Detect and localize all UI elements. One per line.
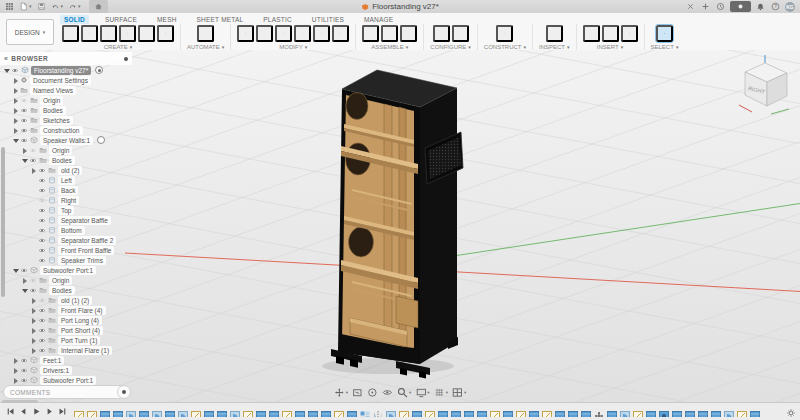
timeline-feature-mirror[interactable] <box>373 407 383 417</box>
timeline-feature-extrude[interactable] <box>750 407 760 417</box>
visibility-eye-icon[interactable] <box>38 297 46 304</box>
automate-button[interactable] <box>197 25 214 42</box>
timeline-feature-extrude[interactable] <box>347 407 357 417</box>
visibility-eye-icon[interactable] <box>29 277 37 284</box>
expand-arrow-icon[interactable] <box>13 128 18 133</box>
avatar[interactable]: KG <box>785 2 795 12</box>
timeline-feature-extrude[interactable] <box>269 407 279 417</box>
activate-component-radio[interactable] <box>95 66 103 74</box>
expand-arrow-icon[interactable] <box>13 378 18 383</box>
activate-component-radio[interactable] <box>97 136 105 144</box>
browser-tree-row[interactable]: Origin <box>0 95 132 105</box>
offset-face-button[interactable] <box>313 25 330 42</box>
expand-arrow-icon[interactable] <box>31 338 36 343</box>
visibility-eye-icon[interactable] <box>20 117 28 124</box>
timeline-feature-extrude[interactable] <box>646 407 656 417</box>
timeline-feature-sketch[interactable] <box>334 407 344 417</box>
timeline-feature-fillet[interactable] <box>152 407 162 417</box>
browser-tree-row[interactable]: Floorstanding v27* <box>0 65 132 75</box>
browser-tree-row[interactable]: Top <box>0 205 132 215</box>
expand-arrow-icon[interactable] <box>31 298 36 303</box>
timeline-feature-fillet[interactable] <box>178 407 188 417</box>
expand-arrow-icon[interactable] <box>13 358 18 363</box>
browser-tree-row[interactable]: Separator Baffle <box>0 215 132 225</box>
visibility-eye-icon[interactable] <box>20 357 28 364</box>
browser-tree-row[interactable]: Speaker Trims <box>0 255 132 265</box>
visibility-eye-icon[interactable] <box>38 237 46 244</box>
expand-arrow-icon[interactable] <box>13 88 18 93</box>
orbit-button[interactable] <box>367 387 378 398</box>
comment-avatar-button[interactable] <box>117 385 131 399</box>
timeline-feature-sketch[interactable] <box>74 407 84 417</box>
comments-bar[interactable]: COMMENTS <box>3 385 125 399</box>
visibility-eye-icon[interactable] <box>38 347 46 354</box>
workspace-selector[interactable]: DESIGN ▾ <box>6 19 54 45</box>
expand-arrow-icon[interactable] <box>31 348 36 353</box>
expand-arrow-icon[interactable] <box>13 108 18 113</box>
visibility-eye-icon[interactable] <box>38 317 46 324</box>
expand-arrow-icon[interactable] <box>22 148 27 153</box>
timeline-feature-sketch[interactable] <box>490 407 500 417</box>
config-variants-button[interactable] <box>452 25 469 42</box>
tab-solid[interactable]: SOLID <box>60 15 89 24</box>
visibility-eye-icon[interactable] <box>38 257 46 264</box>
visibility-eye-icon[interactable] <box>38 327 46 334</box>
timeline-feature-extrude[interactable] <box>412 407 422 417</box>
select-button[interactable] <box>656 25 673 42</box>
combine-button[interactable] <box>294 25 311 42</box>
timeline-feature-sketch[interactable] <box>737 407 747 417</box>
canvas-button[interactable] <box>621 25 638 42</box>
joint-button[interactable] <box>381 25 398 42</box>
timeline-feature-extrude[interactable] <box>581 407 591 417</box>
browser-tree-row[interactable]: Origin <box>0 145 132 155</box>
timeline-feature-sketch[interactable] <box>87 407 97 417</box>
help-button[interactable]: ? <box>770 1 781 12</box>
recent-button[interactable] <box>715 1 726 12</box>
timeline-feature-extrude[interactable] <box>308 407 318 417</box>
browser-tree-row[interactable]: Drivers:1 <box>0 365 132 375</box>
visibility-eye-icon[interactable] <box>38 247 46 254</box>
document-tab[interactable]: Floorstanding v27* <box>361 2 439 11</box>
tab-mesh[interactable]: MESH <box>153 15 181 24</box>
fillet-button[interactable] <box>256 25 273 42</box>
timeline-feature-sketch[interactable] <box>399 407 409 417</box>
browser-tree-row[interactable]: Left <box>0 175 132 185</box>
visibility-eye-icon[interactable] <box>38 217 46 224</box>
job-status-button[interactable] <box>730 1 751 12</box>
timeline-feature-extrude[interactable] <box>672 407 682 417</box>
expand-arrow-icon[interactable] <box>13 78 18 83</box>
visibility-eye-icon[interactable] <box>38 307 46 314</box>
visibility-eye-icon[interactable] <box>29 147 37 154</box>
timeline-settings-button[interactable] <box>785 406 796 417</box>
browser-options-icon[interactable] <box>124 57 128 61</box>
expand-arrow-icon[interactable] <box>22 278 27 283</box>
browser-tree-row[interactable]: Sketches <box>0 115 132 125</box>
browser-tree-row[interactable]: Back <box>0 185 132 195</box>
timeline-feature-sketch[interactable] <box>516 407 526 417</box>
timeline-feature-sketch[interactable] <box>243 407 253 417</box>
add-tab-button[interactable] <box>700 1 711 12</box>
step-back-button[interactable] <box>17 406 29 418</box>
expand-arrow-icon[interactable] <box>13 98 18 103</box>
config-table-button[interactable] <box>433 25 450 42</box>
insert-mesh-button[interactable] <box>602 25 619 42</box>
primitive-button[interactable] <box>157 25 174 42</box>
timeline-feature-extrude[interactable] <box>607 407 617 417</box>
expand-arrow-icon[interactable] <box>31 308 36 313</box>
collapse-panel-icon[interactable]: « <box>4 55 8 62</box>
browser-scrollbar[interactable] <box>1 147 5 297</box>
view-cube[interactable]: RIGHT <box>735 54 795 118</box>
timeline-feature-hole[interactable] <box>659 407 669 417</box>
tab-sheet-metal[interactable]: SHEET METAL <box>193 15 248 24</box>
timeline-feature-move[interactable] <box>594 407 604 417</box>
viewport[interactable]: RIGHT « BROWSER Floorstanding v27*Docume… <box>0 50 800 402</box>
visibility-eye-icon[interactable] <box>11 67 19 74</box>
tab-utilities[interactable]: UTILITIES <box>308 15 348 24</box>
timeline-feature-fillet[interactable] <box>620 407 630 417</box>
new-component-button[interactable] <box>362 25 379 42</box>
browser-tree-row[interactable]: Front Front Baffle <box>0 245 132 255</box>
play-button[interactable] <box>30 406 42 418</box>
visibility-eye-icon[interactable] <box>20 127 28 134</box>
close-doc-button[interactable] <box>685 1 696 12</box>
timeline-feature-fillet[interactable] <box>230 407 240 417</box>
